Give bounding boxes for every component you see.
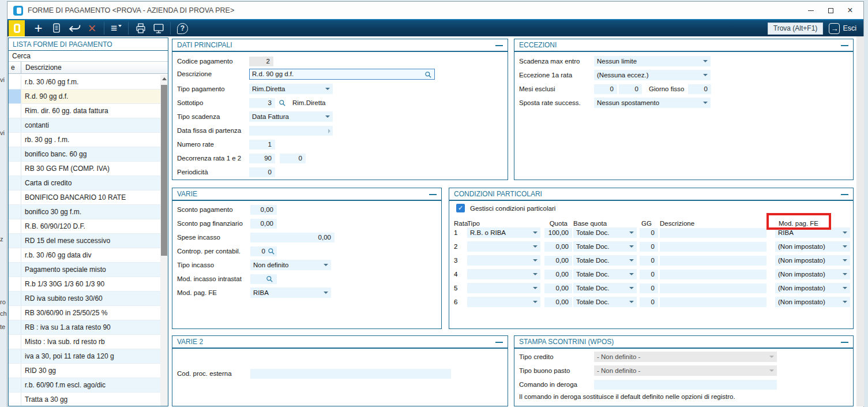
maximize-button[interactable] bbox=[821, 3, 840, 18]
decorrenza-2-field[interactable]: 0 bbox=[280, 154, 306, 163]
data-fissa-field[interactable] bbox=[249, 126, 333, 136]
numero-rate-field[interactable]: 1 bbox=[249, 140, 275, 150]
menu-button[interactable]: ≡ bbox=[107, 20, 125, 36]
periodicita-field[interactable]: 0 bbox=[249, 167, 275, 177]
tipo-scadenza-dropdown[interactable]: Data Fattura bbox=[249, 111, 333, 122]
list-item[interactable]: BONIFICO BANCARIO 10 RATE bbox=[9, 191, 160, 205]
list-item[interactable]: R.d. 90 gg d.f. bbox=[9, 89, 160, 104]
sconto-pag-finanziario-field[interactable]: 0,00 bbox=[250, 219, 277, 229]
list-scrollbar[interactable] bbox=[160, 75, 168, 406]
list-item[interactable]: rb. 30 gg . f.m. bbox=[9, 133, 160, 147]
trova-button[interactable]: Trova (Alt+F1) bbox=[768, 23, 824, 35]
scadenza-max-dropdown[interactable]: Nessun limite bbox=[594, 56, 711, 66]
comando-in-deroga-field[interactable] bbox=[594, 380, 777, 390]
search-icon[interactable] bbox=[266, 275, 273, 283]
app-home-button[interactable] bbox=[9, 20, 25, 36]
list-item[interactable]: Carta di credito bbox=[9, 176, 160, 191]
tipo-dropdown[interactable] bbox=[467, 297, 540, 307]
quota-field[interactable]: 100,00 bbox=[544, 228, 572, 238]
controp-contabil-field[interactable]: 0 bbox=[250, 247, 277, 256]
esci-button[interactable]: Esci bbox=[843, 24, 856, 32]
help-button[interactable]: ? bbox=[174, 20, 191, 36]
quota-field[interactable]: 0,00 bbox=[544, 297, 572, 307]
spese-incasso-field[interactable]: 0,00 bbox=[250, 233, 335, 242]
base-quota-dropdown[interactable]: Totale Doc. bbox=[573, 241, 637, 252]
list-item[interactable]: r.b. 60/90 f.m escl. ago/dic bbox=[9, 378, 160, 393]
sottotipo-field[interactable]: 3 bbox=[249, 98, 275, 108]
collapse-button[interactable] bbox=[841, 45, 848, 46]
mod-pag-fe-dropdown[interactable]: RIBA bbox=[775, 227, 850, 238]
sconto-pagamento-field[interactable]: 0,00 bbox=[250, 205, 277, 215]
eccezione-1a-rata-dropdown[interactable]: (Nessuna eccez.) bbox=[594, 70, 711, 80]
gestisci-condizioni-checkbox[interactable]: ✓ bbox=[456, 204, 465, 212]
mod-pag-fe-dropdown[interactable]: (Non impostato) bbox=[775, 255, 850, 266]
new-record-button[interactable]: + bbox=[29, 20, 47, 36]
mesi-esclusi-2-field[interactable]: 0 bbox=[619, 84, 642, 94]
collapse-button[interactable] bbox=[429, 194, 437, 195]
search-icon[interactable] bbox=[279, 99, 286, 107]
base-quota-dropdown[interactable]: Totale Doc. bbox=[573, 227, 637, 238]
mod-pag-fe-dropdown[interactable]: (Non impostato) bbox=[775, 297, 850, 307]
descrizione-field[interactable] bbox=[660, 256, 766, 266]
list-item[interactable]: contanti bbox=[9, 118, 160, 133]
mod-incasso-intrastat-field[interactable] bbox=[250, 274, 277, 284]
cod-proc-esterna-field[interactable] bbox=[250, 369, 451, 379]
tipo-dropdown[interactable] bbox=[467, 283, 540, 293]
list-item[interactable]: R.B. 60/90/120 D.F. bbox=[9, 219, 160, 234]
list-item[interactable]: iva a 30, poi 11 rate da 120 g bbox=[9, 349, 160, 364]
list-item[interactable]: bonifico banc. 60 gg bbox=[9, 147, 160, 162]
delete-button[interactable]: × bbox=[83, 20, 101, 36]
list-item[interactable]: r.b. 30 /60 gg data div bbox=[9, 248, 160, 263]
print-button[interactable] bbox=[131, 20, 149, 36]
descrizione-field[interactable] bbox=[660, 270, 766, 279]
list-item[interactable]: Pagamento speciale misto bbox=[9, 263, 160, 277]
undo-button[interactable] bbox=[65, 20, 83, 36]
tipo-incasso-dropdown[interactable]: Non definito bbox=[250, 260, 331, 270]
mod-pag-fe-dropdown[interactable]: (Non impostato) bbox=[775, 283, 850, 293]
giorno-fisso-field[interactable]: 0 bbox=[688, 84, 711, 94]
scrollbar-thumb[interactable] bbox=[161, 85, 167, 256]
search-icon[interactable] bbox=[424, 71, 432, 79]
collapse-button[interactable] bbox=[495, 45, 503, 46]
list-item[interactable]: RB 30/60/90 in 25/50/25 % bbox=[9, 306, 160, 320]
base-quota-dropdown[interactable]: Totale Doc. bbox=[573, 283, 637, 293]
collapse-button[interactable] bbox=[841, 194, 848, 195]
collapse-button[interactable] bbox=[841, 342, 848, 343]
descrizione-field[interactable] bbox=[660, 297, 766, 307]
main-scrollbar-track[interactable] bbox=[856, 36, 864, 406]
tipo-dropdown[interactable] bbox=[467, 255, 540, 266]
exit-icon[interactable]: → bbox=[829, 23, 840, 34]
list-item[interactable]: RID 30 gg bbox=[9, 364, 160, 378]
gg-field[interactable]: 0 bbox=[640, 228, 658, 238]
gg-field[interactable]: 0 bbox=[640, 297, 658, 307]
descrizione-column-header[interactable]: Descrizione bbox=[21, 62, 168, 73]
quota-field[interactable]: 0,00 bbox=[544, 242, 572, 252]
list-item[interactable]: Rim. dir. 60 gg. data fattura bbox=[9, 104, 160, 118]
base-quota-dropdown[interactable]: Totale Doc. bbox=[573, 297, 637, 307]
tipo-dropdown[interactable]: R.B. o RIBA bbox=[467, 227, 540, 238]
descrizione-input[interactable]: R.d. 90 gg d.f. bbox=[249, 69, 435, 80]
descrizione-field[interactable] bbox=[660, 228, 766, 238]
close-button[interactable]: × bbox=[840, 3, 860, 18]
list-item[interactable]: bonifico 30 gg f.m. bbox=[9, 205, 160, 219]
code-column-header[interactable]: e bbox=[9, 62, 21, 73]
quota-field[interactable]: 0,00 bbox=[544, 256, 572, 266]
sposta-rate-dropdown[interactable]: Nessun spostamento bbox=[594, 98, 711, 108]
tipo-dropdown[interactable] bbox=[467, 269, 540, 279]
list-item[interactable]: R.b 1/3 30G 1/3 60 1/3 90 bbox=[9, 277, 160, 292]
quota-field[interactable]: 0,00 bbox=[544, 270, 572, 279]
list-item[interactable]: r.b. 30 /60 gg f.m. bbox=[9, 75, 160, 89]
mod-pag-fe-dropdown[interactable]: (Non impostato) bbox=[775, 241, 850, 252]
descrizione-field[interactable] bbox=[660, 242, 766, 252]
list-item[interactable]: RB 30 GG FM (COMP. IVA) bbox=[9, 162, 160, 176]
list-item[interactable]: RD iva subito resto 30/60 bbox=[9, 292, 160, 306]
search-input[interactable]: Cerca bbox=[9, 51, 168, 62]
copy-record-button[interactable] bbox=[47, 20, 65, 36]
gg-field[interactable]: 0 bbox=[640, 242, 658, 252]
collapse-button[interactable] bbox=[495, 342, 503, 343]
gg-field[interactable]: 0 bbox=[640, 283, 658, 293]
tipo-dropdown[interactable] bbox=[467, 241, 540, 252]
list-item[interactable]: RB : iva su 1.a rata resto 90 bbox=[9, 320, 160, 335]
gg-field[interactable]: 0 bbox=[640, 256, 658, 266]
mesi-esclusi-1-field[interactable]: 0 bbox=[594, 84, 617, 94]
